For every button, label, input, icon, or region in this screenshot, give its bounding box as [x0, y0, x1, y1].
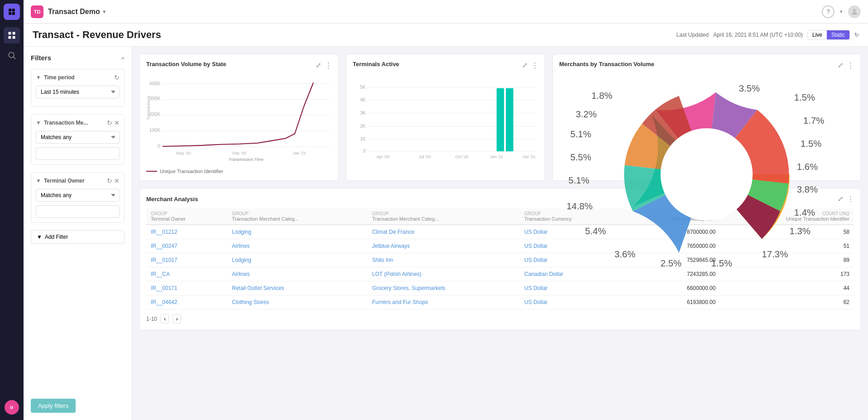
- merchants-expand-icon[interactable]: ⤢: [838, 61, 844, 69]
- time-period-refresh-icon[interactable]: ↻: [114, 74, 120, 81]
- live-button[interactable]: Live: [808, 30, 827, 39]
- cell-terminal[interactable]: IR__04642: [146, 295, 227, 309]
- svg-text:5.4%: 5.4%: [585, 226, 606, 236]
- pagination-range: 1-10: [146, 316, 157, 322]
- cell-cat1[interactable]: Lodging: [227, 225, 367, 239]
- volume-menu-icon[interactable]: ⋮: [325, 61, 332, 69]
- dashboard-header: Transact - Revenue Drivers Last Updated …: [24, 24, 868, 47]
- dashboard-meta: Last Updated April 16, 2021 8:51 AM (UTC…: [676, 30, 859, 40]
- cell-currency[interactable]: US Dollar: [520, 281, 624, 295]
- charts-top-row: Transaction Volume by State ⤢ ⋮ 400K 300…: [139, 54, 861, 181]
- svg-text:5.1%: 5.1%: [570, 129, 591, 139]
- cell-cat1[interactable]: Lodging: [227, 253, 367, 267]
- left-nav: ir: [0, 0, 24, 420]
- cell-terminal[interactable]: IR__00171: [146, 281, 227, 295]
- nav-bottom-logo: ir: [5, 400, 19, 415]
- svg-rect-39: [506, 88, 513, 151]
- cell-cat2[interactable]: Jetblue Airways: [368, 239, 520, 253]
- add-filter-button[interactable]: ▼ Add Filter: [31, 230, 125, 244]
- svg-text:5.1%: 5.1%: [568, 175, 589, 185]
- nav-logo[interactable]: [4, 4, 20, 20]
- refresh-button[interactable]: ↻: [854, 32, 859, 38]
- svg-point-45: [661, 128, 753, 220]
- donut-chart-svg: 3.5% 1.5% 1.7% 1.5% 1.6% 3.8% 1.4% 1.3% …: [559, 73, 854, 276]
- cell-terminal[interactable]: IR__01017: [146, 253, 227, 267]
- apply-filters-button[interactable]: Apply filters: [31, 399, 76, 413]
- svg-text:Transactions: Transactions: [146, 96, 151, 120]
- help-button[interactable]: ?: [822, 5, 834, 18]
- cell-cat1[interactable]: Retail Outlet Services: [227, 281, 367, 295]
- col-cat1: GROUP Transaction Merchant Categ...: [227, 208, 367, 225]
- col-terminal-owner: GROUP Terminal Owner: [146, 208, 227, 225]
- collapse-sidebar-button[interactable]: «: [121, 54, 125, 61]
- cell-cat1[interactable]: Airlines: [227, 267, 367, 281]
- cell-cat2[interactable]: Shilo Inn: [368, 253, 520, 267]
- static-button[interactable]: Static: [827, 30, 849, 39]
- svg-text:Jul '20: Jul '20: [419, 154, 431, 159]
- transaction-me-dropdown[interactable]: Matches any: [36, 131, 120, 144]
- cell-currency[interactable]: US Dollar: [520, 295, 624, 309]
- cell-cat1[interactable]: Airlines: [227, 239, 367, 253]
- bar-chart: 5K 4K 3K 2K 1K 0: [353, 73, 538, 174]
- cell-terminal[interactable]: IR__CA: [146, 267, 227, 281]
- table-row: IR__00171 Retail Outlet Services Grocery…: [146, 281, 854, 295]
- next-page-button[interactable]: ›: [173, 314, 181, 323]
- terminal-owner-refresh-icon[interactable]: ↻: [107, 177, 112, 184]
- svg-rect-3: [12, 12, 15, 15]
- terminal-owner-input[interactable]: [36, 205, 120, 218]
- svg-rect-7: [13, 36, 15, 39]
- terminals-expand-icon[interactable]: ⤢: [522, 61, 528, 69]
- svg-text:Oct '20: Oct '20: [455, 154, 468, 159]
- nav-bottom: ir: [5, 400, 19, 415]
- time-period-dropdown[interactable]: Last 15 minutes: [36, 86, 120, 98]
- svg-text:3K: 3K: [360, 111, 366, 116]
- volume-expand-icon[interactable]: ⤢: [316, 61, 321, 69]
- time-period-toggle-icon[interactable]: ▼: [36, 74, 41, 81]
- app-caret-icon[interactable]: ▾: [103, 8, 106, 15]
- svg-text:2K: 2K: [360, 124, 366, 129]
- svg-text:1.5%: 1.5%: [794, 92, 815, 102]
- app-title: Transact Demo: [48, 8, 100, 16]
- svg-text:3.8%: 3.8%: [797, 184, 818, 194]
- donut-chart-wrap: 3.5% 1.5% 1.7% 1.5% 1.6% 3.8% 1.4% 1.3% …: [559, 73, 854, 276]
- transaction-me-toggle-icon[interactable]: ▼: [36, 120, 41, 126]
- cell-cat2[interactable]: LOT (Polish Airlines): [368, 267, 520, 281]
- svg-text:0: 0: [158, 144, 160, 149]
- cell-cat2[interactable]: Grocery Stores, Supermarkets: [368, 281, 520, 295]
- svg-text:1K: 1K: [360, 136, 366, 141]
- volume-legend: Unique Transaction Identifier: [146, 169, 332, 174]
- cell-terminal[interactable]: IR__01212: [146, 225, 227, 239]
- nav-search-icon[interactable]: [4, 47, 20, 63]
- transaction-me-refresh-icon[interactable]: ↻: [107, 119, 112, 126]
- sidebar-header: Filters «: [31, 54, 125, 62]
- svg-rect-4: [9, 32, 11, 35]
- transaction-me-filter: ▼ Transaction Me... ↻ ✕ Matches any: [31, 114, 125, 165]
- cell-cat2[interactable]: Climat De France: [368, 225, 520, 239]
- user-avatar[interactable]: [848, 5, 861, 18]
- terminals-menu-icon[interactable]: ⋮: [532, 61, 538, 69]
- svg-text:3.6%: 3.6%: [614, 249, 635, 259]
- merchants-by-volume-icons: ⤢ ⋮: [838, 61, 854, 69]
- help-caret-icon[interactable]: ▾: [840, 9, 843, 14]
- nav-dashboard-icon[interactable]: [4, 27, 20, 43]
- cell-cat2[interactable]: Furriers and Fur Shops: [368, 295, 520, 309]
- filters-title: Filters: [31, 54, 51, 62]
- merchants-menu-icon[interactable]: ⋮: [847, 61, 854, 69]
- terminal-owner-remove-icon[interactable]: ✕: [114, 177, 120, 184]
- cell-cat1[interactable]: Clothing Stores: [227, 295, 367, 309]
- svg-text:4K: 4K: [360, 97, 366, 102]
- transaction-me-input[interactable]: [36, 147, 120, 160]
- volume-by-state-panel: Transaction Volume by State ⤢ ⋮ 400K 300…: [139, 54, 339, 181]
- svg-text:100K: 100K: [149, 128, 160, 133]
- add-filter-icon: ▼: [37, 234, 42, 240]
- transaction-me-remove-icon[interactable]: ✕: [114, 119, 120, 126]
- time-period-header: ▼ Time period ↻: [36, 74, 120, 81]
- cell-terminal[interactable]: IR__00247: [146, 239, 227, 253]
- legend-line-icon: [146, 171, 157, 172]
- terminal-owner-toggle-icon[interactable]: ▼: [36, 178, 41, 184]
- transaction-me-label: Transaction Me...: [44, 120, 88, 126]
- prev-page-button[interactable]: ‹: [161, 314, 169, 323]
- terminal-owner-dropdown[interactable]: Matches any: [36, 189, 120, 202]
- svg-rect-1: [12, 9, 15, 11]
- svg-line-9: [14, 57, 16, 59]
